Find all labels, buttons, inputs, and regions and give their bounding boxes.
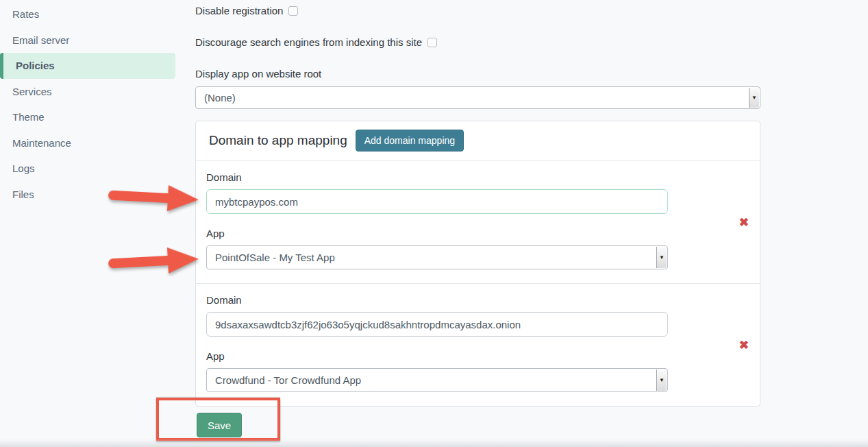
root-app-select[interactable]: (None) ▼: [195, 86, 760, 109]
domain-mapping-card-header: Domain to app mapping Add domain mapping: [196, 121, 760, 161]
delete-mapping-icon[interactable]: ✖: [739, 339, 749, 351]
root-app-selected-value: (None): [204, 92, 236, 104]
chevron-down-icon: ▼: [656, 247, 667, 268]
sidebar-item-policies[interactable]: Policies: [0, 53, 175, 79]
discourage-indexing-label: Discourage search engines from indexing …: [195, 36, 422, 48]
sidebar-item-logs[interactable]: Logs: [0, 156, 175, 182]
sidebar-item-email-server[interactable]: Email server: [0, 27, 175, 53]
sidebar-item-services[interactable]: Services: [0, 79, 175, 105]
app-label: App: [206, 350, 749, 362]
app-selected-value: PointOfSale - My Test App: [215, 252, 335, 263]
app-select[interactable]: Crowdfund - Tor Crowdfund App ▼: [206, 368, 668, 392]
disable-registration-checkbox[interactable]: [288, 6, 298, 16]
page-bottom-fade: [0, 439, 868, 447]
discourage-indexing-checkbox[interactable]: [427, 38, 437, 47]
policies-settings-page: Rates Email server Policies Services The…: [0, 0, 868, 447]
chevron-down-icon: ▼: [656, 370, 667, 391]
add-domain-mapping-button[interactable]: Add domain mapping: [356, 130, 464, 152]
discourage-indexing-row: Discourage search engines from indexing …: [195, 36, 437, 48]
domain-input[interactable]: [206, 312, 668, 337]
save-button[interactable]: Save: [197, 413, 242, 437]
domain-mapping-card: Domain to app mapping Add domain mapping…: [195, 121, 760, 407]
annotation-arrow-app: [108, 243, 201, 279]
app-select[interactable]: PointOfSale - My Test App ▼: [206, 245, 668, 269]
sidebar-item-rates[interactable]: Rates: [0, 1, 175, 27]
mapping-item-1: Domain App PointOfSale - My Test App ▼ ✖: [196, 161, 760, 283]
disable-registration-row: Disable registration: [195, 5, 298, 16]
app-label: App: [206, 228, 749, 239]
sidebar-item-files[interactable]: Files: [0, 182, 175, 208]
chevron-down-icon: ▼: [749, 88, 759, 108]
root-app-label: Display app on website root: [195, 68, 321, 80]
disable-registration-label: Disable registration: [195, 5, 283, 16]
app-selected-value: Crowdfund - Tor Crowdfund App: [215, 374, 361, 386]
card-title: Domain to app mapping: [209, 133, 347, 148]
domain-label: Domain: [206, 294, 749, 306]
delete-mapping-icon[interactable]: ✖: [739, 217, 749, 228]
sidebar-item-theme[interactable]: Theme: [0, 104, 175, 130]
domain-input[interactable]: [206, 189, 668, 214]
sidebar-item-maintenance[interactable]: Maintenance: [0, 130, 175, 156]
domain-label: Domain: [206, 171, 749, 183]
mapping-item-2: Domain App Crowdfund - Tor Crowdfund App…: [196, 283, 760, 406]
settings-sidebar: Rates Email server Policies Services The…: [0, 1, 175, 207]
